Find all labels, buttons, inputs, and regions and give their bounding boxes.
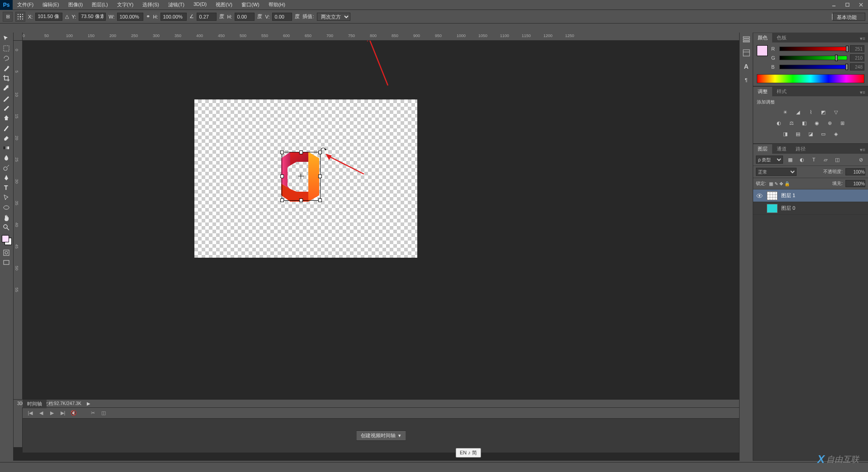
layers-tab[interactable]: 图层 bbox=[753, 144, 772, 154]
menu-view[interactable]: 视图(V) bbox=[211, 0, 237, 9]
properties-panel-icon[interactable] bbox=[741, 48, 751, 58]
marquee-tool[interactable] bbox=[0, 43, 13, 53]
magic-wand-tool[interactable] bbox=[0, 63, 13, 73]
transform-handle-tl[interactable] bbox=[280, 151, 284, 154]
channel-mixer-icon[interactable]: ⊕ bbox=[825, 119, 834, 127]
screen-mode-tool[interactable] bbox=[0, 258, 13, 268]
swatches-tab[interactable]: 色板 bbox=[772, 33, 791, 42]
skew-h-input[interactable] bbox=[235, 13, 255, 21]
blend-mode-select[interactable]: 正常 bbox=[756, 168, 797, 176]
ruler-corner[interactable] bbox=[14, 33, 23, 41]
workspace-select[interactable]: 基本功能 bbox=[833, 13, 865, 21]
menu-type[interactable]: 文字(Y) bbox=[113, 0, 138, 9]
panel-foreground-color[interactable] bbox=[757, 45, 768, 56]
blur-tool[interactable] bbox=[0, 153, 13, 163]
transform-center-icon[interactable] bbox=[298, 174, 304, 179]
layer-item[interactable]: 图层 1 bbox=[753, 189, 868, 202]
layer-thumbnail[interactable] bbox=[767, 204, 778, 213]
filter-adjustment-icon[interactable]: ◐ bbox=[797, 156, 807, 164]
selective-color-icon[interactable]: ◈ bbox=[831, 130, 840, 138]
zoom-tool[interactable] bbox=[0, 222, 13, 232]
paths-tab[interactable]: 路径 bbox=[791, 144, 810, 154]
type-tool[interactable]: T bbox=[0, 183, 13, 193]
menu-edit[interactable]: 编辑(E) bbox=[38, 0, 64, 9]
x-input[interactable] bbox=[35, 13, 62, 21]
lock-image-icon[interactable]: ✎ bbox=[774, 181, 778, 186]
path-selection-tool[interactable] bbox=[0, 193, 13, 203]
foreground-background-colors[interactable] bbox=[2, 235, 12, 245]
filter-pixel-icon[interactable]: ▦ bbox=[786, 156, 795, 164]
styles-tab[interactable]: 样式 bbox=[772, 87, 791, 96]
color-balance-icon[interactable]: ⚖ bbox=[787, 119, 796, 127]
angle-input[interactable] bbox=[197, 13, 217, 21]
menu-image[interactable]: 图像(I) bbox=[64, 0, 87, 9]
crop-tool[interactable] bbox=[0, 73, 13, 83]
menu-filter[interactable]: 滤镜(T) bbox=[164, 0, 189, 9]
foreground-color[interactable] bbox=[2, 235, 9, 242]
timeline-audio-icon[interactable]: 🔇 bbox=[70, 410, 78, 417]
interp-select[interactable]: 两次立方 bbox=[317, 13, 350, 21]
r-value-input[interactable] bbox=[850, 45, 864, 52]
panel-menu-icon[interactable]: ▾≡ bbox=[857, 146, 868, 154]
brightness-contrast-icon[interactable]: ☀ bbox=[781, 108, 790, 116]
character-panel-icon[interactable]: A bbox=[741, 61, 751, 71]
transform-handle-lc[interactable] bbox=[280, 175, 284, 178]
link-icon[interactable]: ⚭ bbox=[146, 14, 150, 19]
b-value-input[interactable] bbox=[850, 63, 864, 71]
skew-v-input[interactable] bbox=[272, 13, 292, 21]
transform-bounding-box[interactable] bbox=[282, 152, 321, 201]
healing-brush-tool[interactable] bbox=[0, 93, 13, 103]
filter-smart-icon[interactable]: ◫ bbox=[833, 156, 842, 164]
h-input[interactable] bbox=[160, 13, 187, 21]
photo-filter-icon[interactable]: ◉ bbox=[812, 119, 821, 127]
canvas-viewport[interactable] bbox=[23, 41, 739, 447]
levels-icon[interactable]: ◢ bbox=[793, 108, 802, 116]
filter-shape-icon[interactable]: ▱ bbox=[821, 156, 830, 164]
history-panel-icon[interactable] bbox=[741, 34, 751, 44]
menu-help[interactable]: 帮助(H) bbox=[264, 0, 290, 9]
g-value-input[interactable] bbox=[850, 54, 864, 61]
horizontal-ruler[interactable]: 0501001502002503003504004505005506006507… bbox=[23, 33, 739, 41]
transform-reference-point-icon[interactable]: ⊞ bbox=[3, 12, 13, 22]
layer-filter-kind-select[interactable]: ρ 类型 bbox=[756, 156, 783, 164]
eraser-tool[interactable] bbox=[0, 133, 13, 143]
adjustments-tab[interactable]: 调整 bbox=[753, 87, 772, 96]
gradient-tool[interactable] bbox=[0, 143, 13, 153]
layer-item[interactable]: 图层 0 bbox=[753, 202, 868, 215]
invert-icon[interactable]: ◨ bbox=[781, 130, 790, 138]
create-video-timeline-button[interactable]: 创建视频时间轴▾ bbox=[356, 430, 406, 441]
black-white-icon[interactable]: ◧ bbox=[800, 119, 809, 127]
threshold-icon[interactable]: ◪ bbox=[806, 130, 815, 138]
menu-window[interactable]: 窗口(W) bbox=[237, 0, 264, 9]
pen-tool[interactable] bbox=[0, 173, 13, 183]
brush-tool[interactable] bbox=[0, 103, 13, 113]
close-button[interactable] bbox=[854, 1, 867, 9]
clone-stamp-tool[interactable] bbox=[0, 113, 13, 123]
vibrance-icon[interactable]: ▽ bbox=[831, 108, 840, 116]
menu-file[interactable]: 文件(F) bbox=[13, 0, 38, 9]
menu-select[interactable]: 选择(S) bbox=[138, 0, 164, 9]
history-brush-tool[interactable] bbox=[0, 123, 13, 133]
lock-position-icon[interactable]: ✥ bbox=[779, 181, 783, 186]
posterize-icon[interactable]: ▤ bbox=[793, 130, 802, 138]
timeline-first-frame-icon[interactable]: |◀ bbox=[26, 410, 34, 417]
menu-layer[interactable]: 图层(L) bbox=[87, 0, 112, 9]
timeline-play-icon[interactable]: ▶ bbox=[48, 410, 56, 417]
layer-name[interactable]: 图层 0 bbox=[781, 205, 795, 212]
reference-point-grid[interactable] bbox=[15, 12, 25, 22]
transform-handle-tc[interactable] bbox=[299, 151, 303, 154]
timeline-split-icon[interactable]: ✂ bbox=[89, 410, 97, 417]
panel-menu-icon[interactable]: ▾≡ bbox=[857, 35, 868, 42]
paragraph-panel-icon[interactable]: ¶ bbox=[741, 75, 751, 85]
transform-handle-bc[interactable] bbox=[299, 198, 303, 202]
doc-info-arrow-icon[interactable]: ▶ bbox=[87, 401, 90, 406]
curves-icon[interactable]: ⌇ bbox=[806, 108, 815, 116]
gradient-map-icon[interactable]: ▭ bbox=[819, 130, 828, 138]
layer-visibility-icon[interactable] bbox=[756, 192, 763, 199]
panel-menu-icon[interactable]: ▾≡ bbox=[857, 89, 868, 96]
y-input[interactable] bbox=[79, 13, 106, 21]
lasso-tool[interactable] bbox=[0, 53, 13, 63]
maximize-button[interactable] bbox=[841, 1, 854, 9]
transform-handle-bl[interactable] bbox=[280, 198, 284, 202]
hue-saturation-icon[interactable]: ◐ bbox=[774, 119, 783, 127]
